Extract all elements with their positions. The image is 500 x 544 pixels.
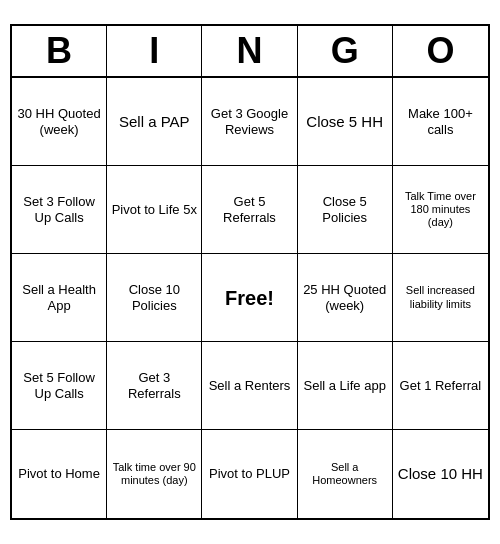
bingo-cell-15: Set 5 Follow Up Calls — [12, 342, 107, 430]
bingo-cell-22: Pivot to PLUP — [202, 430, 297, 518]
bingo-cell-14: Sell increased liability limits — [393, 254, 488, 342]
bingo-cell-16: Get 3 Referrals — [107, 342, 202, 430]
bingo-cell-6: Pivot to Life 5x — [107, 166, 202, 254]
bingo-cell-11: Close 10 Policies — [107, 254, 202, 342]
bingo-cell-24: Close 10 HH — [393, 430, 488, 518]
bingo-cell-12: Free! — [202, 254, 297, 342]
bingo-cell-17: Sell a Renters — [202, 342, 297, 430]
bingo-cell-0: 30 HH Quoted (week) — [12, 78, 107, 166]
bingo-cell-9: Talk Time over 180 minutes (day) — [393, 166, 488, 254]
bingo-cell-4: Make 100+ calls — [393, 78, 488, 166]
bingo-cell-5: Set 3 Follow Up Calls — [12, 166, 107, 254]
header-letter-i: I — [107, 26, 202, 76]
bingo-card: BINGO 30 HH Quoted (week)Sell a PAPGet 3… — [10, 24, 490, 520]
bingo-header: BINGO — [12, 26, 488, 78]
bingo-cell-21: Talk time over 90 minutes (day) — [107, 430, 202, 518]
header-letter-o: O — [393, 26, 488, 76]
bingo-cell-7: Get 5 Referrals — [202, 166, 297, 254]
bingo-cell-20: Pivot to Home — [12, 430, 107, 518]
bingo-grid: 30 HH Quoted (week)Sell a PAPGet 3 Googl… — [12, 78, 488, 518]
bingo-cell-1: Sell a PAP — [107, 78, 202, 166]
bingo-cell-2: Get 3 Google Reviews — [202, 78, 297, 166]
bingo-cell-19: Get 1 Referral — [393, 342, 488, 430]
bingo-cell-18: Sell a Life app — [298, 342, 393, 430]
header-letter-n: N — [202, 26, 297, 76]
bingo-cell-10: Sell a Health App — [12, 254, 107, 342]
bingo-cell-23: Sell a Homeowners — [298, 430, 393, 518]
header-letter-b: B — [12, 26, 107, 76]
bingo-cell-3: Close 5 HH — [298, 78, 393, 166]
header-letter-g: G — [298, 26, 393, 76]
bingo-cell-13: 25 HH Quoted (week) — [298, 254, 393, 342]
bingo-cell-8: Close 5 Policies — [298, 166, 393, 254]
